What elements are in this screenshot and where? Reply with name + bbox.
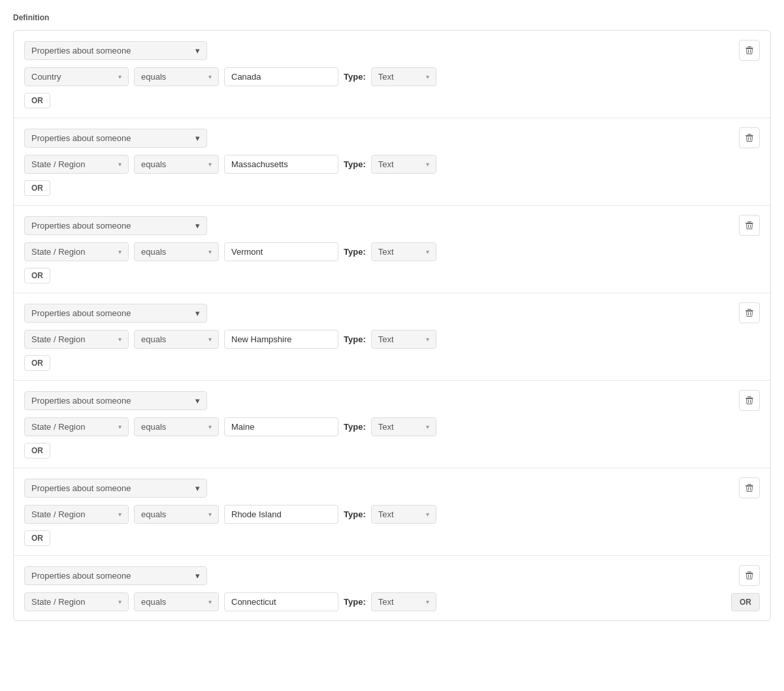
chevron-down-icon: ▾ bbox=[208, 423, 212, 430]
operator-select[interactable]: equals▾ bbox=[134, 505, 219, 524]
group-header: Properties about someone▾ bbox=[24, 40, 760, 61]
or-button[interactable]: OR bbox=[24, 530, 50, 546]
field-label: Country bbox=[31, 72, 61, 82]
value-input[interactable] bbox=[224, 417, 338, 436]
condition-row: State / Region▾equals▾Type:Text▾ bbox=[24, 505, 760, 524]
value-input[interactable] bbox=[224, 505, 338, 524]
svg-rect-25 bbox=[747, 571, 751, 572]
page-container: Definition Properties about someone▾ Cou… bbox=[0, 0, 784, 634]
trash-icon bbox=[745, 221, 754, 230]
field-select[interactable]: State / Region▾ bbox=[24, 505, 129, 524]
group-header: Properties about someone▾ bbox=[24, 390, 760, 411]
type-select[interactable]: Text▾ bbox=[371, 505, 436, 524]
definition-container: Properties about someone▾ Country▾equals… bbox=[13, 30, 771, 621]
field-select[interactable]: State / Region▾ bbox=[24, 155, 129, 174]
delete-button[interactable] bbox=[739, 127, 760, 148]
properties-label: Properties about someone bbox=[31, 571, 131, 581]
definition-label: Definition bbox=[13, 13, 771, 22]
delete-button[interactable] bbox=[739, 565, 760, 586]
trash-icon bbox=[745, 308, 754, 317]
delete-button[interactable] bbox=[739, 215, 760, 236]
or-button[interactable]: OR bbox=[24, 268, 50, 283]
type-select[interactable]: Text▾ bbox=[371, 592, 436, 611]
or-button[interactable]: OR bbox=[24, 355, 50, 371]
value-input[interactable] bbox=[224, 67, 338, 86]
type-select[interactable]: Text▾ bbox=[371, 330, 436, 349]
chevron-down-icon: ▾ bbox=[118, 598, 122, 605]
field-label: State / Region bbox=[31, 509, 85, 519]
properties-select[interactable]: Properties about someone▾ bbox=[24, 216, 207, 235]
or-button[interactable]: OR bbox=[24, 93, 50, 108]
type-select[interactable]: Text▾ bbox=[371, 417, 436, 436]
delete-button[interactable] bbox=[739, 40, 760, 61]
value-input[interactable] bbox=[224, 592, 338, 611]
chevron-down-icon: ▾ bbox=[118, 511, 122, 518]
or-button-right[interactable]: OR bbox=[731, 593, 760, 611]
delete-button[interactable] bbox=[739, 477, 760, 498]
condition-row: Country▾equals▾Type:Text▾ bbox=[24, 67, 760, 86]
operator-select[interactable]: equals▾ bbox=[134, 417, 219, 436]
field-label: State / Region bbox=[31, 597, 85, 607]
properties-select[interactable]: Properties about someone▾ bbox=[24, 41, 207, 60]
condition-row: State / Region▾equals▾Type:Text▾ bbox=[24, 417, 760, 436]
value-input[interactable] bbox=[224, 330, 338, 349]
properties-label: Properties about someone bbox=[31, 483, 131, 493]
operator-label: equals bbox=[141, 72, 166, 82]
chevron-down-icon: ▾ bbox=[208, 248, 212, 255]
svg-rect-13 bbox=[747, 309, 751, 310]
field-label: State / Region bbox=[31, 422, 85, 432]
field-select[interactable]: State / Region▾ bbox=[24, 592, 129, 611]
field-select[interactable]: State / Region▾ bbox=[24, 330, 129, 349]
value-input[interactable] bbox=[224, 155, 338, 174]
chevron-down-icon: ▾ bbox=[208, 161, 212, 168]
chevron-down-icon: ▾ bbox=[426, 598, 429, 605]
properties-select[interactable]: Properties about someone▾ bbox=[24, 304, 207, 323]
operator-label: equals bbox=[141, 422, 166, 432]
properties-select[interactable]: Properties about someone▾ bbox=[24, 129, 207, 148]
field-select[interactable]: Country▾ bbox=[24, 67, 129, 86]
field-select[interactable]: State / Region▾ bbox=[24, 417, 129, 436]
or-button[interactable]: OR bbox=[24, 180, 50, 196]
operator-label: equals bbox=[141, 247, 166, 257]
operator-select[interactable]: equals▾ bbox=[134, 67, 219, 86]
type-label: Type: bbox=[344, 509, 366, 519]
rule-group: Properties about someone▾ State / Region… bbox=[14, 293, 770, 381]
type-label: Type: bbox=[344, 247, 366, 257]
or-button[interactable]: OR bbox=[24, 443, 50, 458]
type-value: Text bbox=[378, 509, 394, 519]
operator-label: equals bbox=[141, 334, 166, 344]
chevron-down-icon: ▾ bbox=[195, 46, 200, 56]
field-label: State / Region bbox=[31, 334, 85, 344]
field-label: State / Region bbox=[31, 247, 85, 257]
svg-rect-9 bbox=[747, 221, 751, 222]
operator-select[interactable]: equals▾ bbox=[134, 242, 219, 261]
delete-button[interactable] bbox=[739, 302, 760, 323]
properties-select[interactable]: Properties about someone▾ bbox=[24, 566, 207, 585]
type-select[interactable]: Text▾ bbox=[371, 155, 436, 174]
field-select[interactable]: State / Region▾ bbox=[24, 242, 129, 261]
chevron-down-icon: ▾ bbox=[195, 221, 200, 231]
svg-rect-17 bbox=[747, 396, 751, 397]
chevron-down-icon: ▾ bbox=[195, 571, 200, 581]
properties-select[interactable]: Properties about someone▾ bbox=[24, 479, 207, 498]
trash-icon bbox=[745, 571, 754, 580]
type-label: Type: bbox=[344, 597, 366, 607]
type-select[interactable]: Text▾ bbox=[371, 67, 436, 86]
type-value: Text bbox=[378, 159, 394, 169]
chevron-down-icon: ▾ bbox=[195, 396, 200, 406]
operator-select[interactable]: equals▾ bbox=[134, 330, 219, 349]
trash-icon bbox=[745, 396, 754, 405]
properties-label: Properties about someone bbox=[31, 308, 131, 318]
condition-row: State / Region▾equals▾Type:Text▾ bbox=[24, 155, 760, 174]
value-input[interactable] bbox=[224, 242, 338, 261]
chevron-down-icon: ▾ bbox=[118, 161, 122, 168]
type-label: Type: bbox=[344, 72, 366, 82]
properties-select[interactable]: Properties about someone▾ bbox=[24, 391, 207, 410]
chevron-down-icon: ▾ bbox=[118, 248, 122, 255]
operator-select[interactable]: equals▾ bbox=[134, 155, 219, 174]
delete-button[interactable] bbox=[739, 390, 760, 411]
properties-label: Properties about someone bbox=[31, 221, 131, 231]
group-header: Properties about someone▾ bbox=[24, 477, 760, 498]
type-select[interactable]: Text▾ bbox=[371, 242, 436, 261]
operator-select[interactable]: equals▾ bbox=[134, 592, 219, 611]
